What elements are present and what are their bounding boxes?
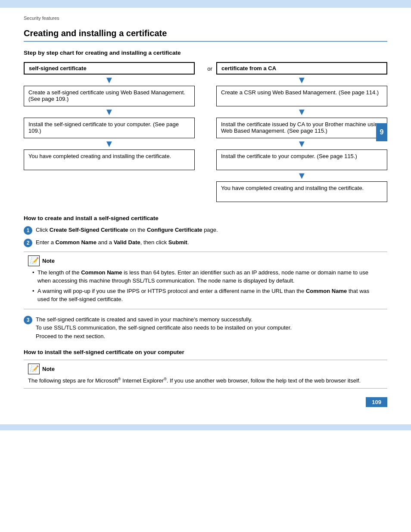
page-title: Creating and installing a certificate xyxy=(24,28,387,42)
arrow-r3: ▼ xyxy=(297,139,307,149)
step2-bold1: Common Name xyxy=(56,239,97,246)
step3-line3: Proceed to the next section. xyxy=(36,333,105,339)
note-bullets-1: The length of the Common Name is less th… xyxy=(32,268,383,304)
arrow-2: ▼ xyxy=(104,107,115,117)
breadcrumb: Security features xyxy=(24,16,387,21)
chapter-tab: 9 xyxy=(376,123,387,141)
step1-bold1: Create Self-Signed Certificate xyxy=(50,227,128,233)
self-signed-section: How to create and install a self-signed … xyxy=(24,215,387,340)
page-content: Security features Creating and installin… xyxy=(0,8,411,420)
arrow-3: ▼ xyxy=(104,139,115,149)
step3-line1: The self-signed certificate is created a… xyxy=(36,316,252,323)
step-3: 3 The self-signed certificate is created… xyxy=(24,315,387,341)
top-bar xyxy=(0,0,411,8)
page-number-container: 109 xyxy=(24,397,387,407)
or-divider: or xyxy=(203,62,216,202)
note-box-1: 📝 Note The length of the Common Name is … xyxy=(24,252,387,309)
step-2-text: Enter a Common Name and a Valid Date, th… xyxy=(36,238,189,247)
flow-step-right-1: Create a CSR using Web Based Management.… xyxy=(216,86,387,106)
arrow-1: ▼ xyxy=(104,75,115,85)
bottom-bar xyxy=(0,424,411,430)
note-icon-2: 📝 xyxy=(28,364,40,374)
step-3-text: The self-signed certificate is created a… xyxy=(36,315,292,341)
note-icon-1: 📝 xyxy=(28,255,40,266)
flow-header-left: self-signed certificate xyxy=(24,62,195,75)
page-number: 109 xyxy=(366,397,387,407)
flow-step-left-3: You have completed creating and installi… xyxy=(24,149,195,170)
flowchart: self-signed certificate ▼ Create a self-… xyxy=(24,62,387,202)
flow-step-left-2: Install the self-signed certificate to y… xyxy=(24,118,195,138)
note-title-2: 📝 Note xyxy=(28,364,383,374)
note-label-1: Note xyxy=(42,257,55,265)
step-num-3: 3 xyxy=(24,316,32,324)
note-title-1: 📝 Note xyxy=(28,255,383,266)
flowchart-section-title: Step by step chart for creating and inst… xyxy=(24,50,387,56)
step2-period: . xyxy=(187,239,189,246)
step3-line2: To use SSL/TLS communication, the self-s… xyxy=(36,324,292,331)
step1-end: page. xyxy=(202,227,218,233)
arrow-r4: ▼ xyxy=(297,171,307,180)
step-1: 1 Click Create Self-Signed Certificate o… xyxy=(24,226,387,235)
arrow-r1: ▼ xyxy=(297,75,307,85)
step1-mid: on the xyxy=(128,227,147,233)
self-signed-title: How to create and install a self-signed … xyxy=(24,215,387,221)
arrow-r2: ▼ xyxy=(297,107,307,117)
flow-step-left-1: Create a self-signed certificate using W… xyxy=(24,86,195,106)
flow-col-right: certificate from a CA ▼ Create a CSR usi… xyxy=(216,62,387,202)
note-bullet-1: The length of the Common Name is less th… xyxy=(32,268,383,285)
flow-step-right-4: You have completed creating and installi… xyxy=(216,181,387,202)
note-box-2: 📝 Note The following steps are for Micro… xyxy=(24,360,387,389)
note-bullet-2: A warning will pop-up if you use the IPP… xyxy=(32,287,383,304)
step2-bold2: Valid Date xyxy=(114,239,140,246)
step-2: 2 Enter a Common Name and a Valid Date, … xyxy=(24,238,387,247)
step2-bold3: Submit xyxy=(168,239,187,246)
flow-header-right: certificate from a CA xyxy=(216,62,387,75)
step-num-2: 2 xyxy=(24,239,32,247)
install-section: How to install the self-signed certifica… xyxy=(24,349,387,389)
step-num-1: 1 xyxy=(24,226,32,235)
step-1-text: Click Create Self-Signed Certificate on … xyxy=(36,226,218,234)
note-label-2: Note xyxy=(42,365,55,373)
flow-step-right-2: Install the certificate issued by CA to … xyxy=(216,118,387,138)
flow-col-left: self-signed certificate ▼ Create a self-… xyxy=(24,62,195,202)
step1-bold2: Configure Certificate xyxy=(147,227,202,233)
install-title: How to install the self-signed certifica… xyxy=(24,349,387,355)
flow-step-right-3: Install the certificate to your computer… xyxy=(216,149,387,170)
install-note-text: The following steps are for Microsoft® I… xyxy=(28,376,383,385)
